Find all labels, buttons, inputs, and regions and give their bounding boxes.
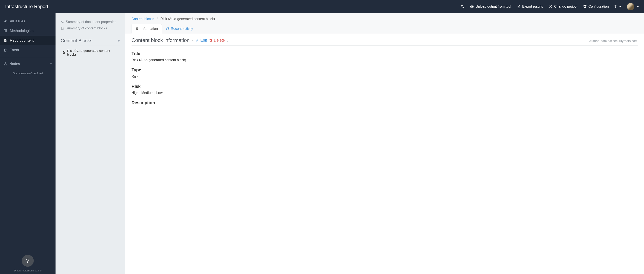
- svg-rect-12: [5, 40, 6, 40]
- add-content-block-button[interactable]: +: [118, 39, 120, 43]
- sidebar-item-all-issues[interactable]: All issues: [0, 17, 56, 26]
- pencil-icon: [196, 39, 199, 42]
- sidebar-item-report-content[interactable]: Report content: [0, 36, 56, 45]
- sitemap-icon: [4, 62, 7, 66]
- author-value: admin@securityroots.com: [600, 39, 638, 43]
- trash-icon: [4, 48, 7, 52]
- summary-content-blocks-link[interactable]: Summary of content blocks: [61, 25, 120, 31]
- tabs: Information Recent activity: [132, 24, 638, 33]
- link-label: Summary of content blocks: [66, 26, 107, 30]
- content-block-item[interactable]: Risk (Auto-generated content block): [61, 46, 120, 59]
- caret-down-icon[interactable]: ▾: [227, 40, 228, 43]
- author-info: Author: admin@securityroots.com: [589, 39, 638, 43]
- gears-icon: [61, 20, 64, 24]
- field-title: Title Risk (Auto-generated content block…: [132, 51, 638, 62]
- svg-point-4: [4, 20, 6, 22]
- sidebar-item-label: All issues: [10, 19, 25, 23]
- help-label: ?: [614, 4, 617, 9]
- question-icon: ?: [26, 257, 30, 265]
- search-icon: [460, 5, 464, 8]
- svg-point-22: [61, 21, 62, 22]
- edit-label: Edit: [200, 38, 207, 43]
- field-label: Title: [132, 51, 638, 56]
- field-type: Type Risk: [132, 68, 638, 78]
- sidebar-footer: ? Dradis Professional v2.8.0: [0, 251, 56, 274]
- field-label: Type: [132, 68, 638, 72]
- page-heading-row: Content block information - Edit Delete: [132, 37, 638, 46]
- document-icon: [4, 39, 7, 42]
- edit-button[interactable]: Edit: [196, 38, 207, 43]
- svg-rect-15: [5, 62, 6, 63]
- content-blocks-heading: Content Blocks +: [61, 38, 120, 46]
- summary-document-properties-link[interactable]: Summary of document properties: [61, 19, 120, 25]
- top-bar: Infrastructure Report Upload output from…: [0, 0, 644, 13]
- heading-separator: -: [192, 37, 194, 43]
- field-value: High | Medium | Low: [132, 91, 638, 95]
- sidebar-item-methodologies[interactable]: Methodologies: [0, 26, 56, 36]
- tab-information[interactable]: Information: [132, 24, 162, 33]
- content-area: Content blocks / Risk (Auto-generated co…: [125, 13, 644, 274]
- breadcrumb-root-link[interactable]: Content blocks: [132, 17, 154, 21]
- svg-line-1: [463, 7, 464, 8]
- svg-rect-25: [63, 53, 64, 53]
- breadcrumb: Content blocks / Risk (Auto-generated co…: [132, 13, 638, 24]
- document-icon: [62, 51, 65, 54]
- svg-rect-17: [6, 65, 7, 65]
- add-node-button[interactable]: +: [50, 62, 52, 66]
- help-dropdown[interactable]: ?: [614, 4, 621, 9]
- main-area: All issues Methodologies Report content …: [0, 13, 644, 274]
- help-bubble-button[interactable]: ?: [22, 255, 34, 267]
- configuration-label: Configuration: [588, 5, 609, 8]
- sidebar-item-trash[interactable]: Trash: [0, 45, 56, 55]
- cloud-upload-icon: [470, 5, 474, 8]
- gear-icon: [583, 5, 587, 8]
- document-icon: [136, 27, 139, 30]
- delete-label: Delete: [214, 38, 225, 43]
- sidebar-nodes-heading: Nodes +: [0, 57, 56, 68]
- svg-point-23: [62, 22, 64, 23]
- user-menu[interactable]: [627, 3, 639, 10]
- sidebar-item-label: Trash: [10, 48, 19, 52]
- field-value: Risk: [132, 75, 638, 78]
- svg-rect-24: [63, 52, 64, 53]
- svg-point-0: [461, 5, 463, 7]
- secondary-panel: Summary of document properties Summary o…: [56, 13, 125, 274]
- caret-down-icon: [619, 6, 621, 7]
- tab-recent-activity[interactable]: Recent activity: [162, 24, 197, 33]
- tab-label: Information: [141, 27, 158, 31]
- svg-line-7: [6, 21, 6, 21]
- top-nav: Upload output from tool Export results C…: [460, 3, 639, 10]
- svg-line-9: [6, 22, 6, 22]
- nodes-empty-message: No nodes defined yet: [0, 68, 56, 78]
- shuffle-icon: [548, 5, 552, 8]
- sidebar-item-label: Report content: [10, 38, 34, 43]
- trash-icon: [209, 39, 212, 42]
- breadcrumb-separator: /: [155, 17, 159, 21]
- content-block-item-label: Risk (Auto-generated content block): [67, 49, 118, 56]
- tab-label: Recent activity: [171, 27, 193, 31]
- svg-line-6: [4, 21, 5, 21]
- nodes-label: Nodes: [10, 62, 20, 66]
- search-button[interactable]: [460, 5, 464, 8]
- page-heading: Content block information: [132, 37, 190, 43]
- book-icon: [4, 29, 7, 33]
- upload-link[interactable]: Upload output from tool: [470, 5, 511, 8]
- export-label: Export results: [522, 5, 543, 8]
- author-label: Author:: [589, 39, 601, 43]
- delete-button[interactable]: Delete: [209, 38, 225, 43]
- svg-line-8: [4, 22, 5, 22]
- svg-rect-16: [4, 65, 5, 65]
- brand-title: Infrastructure Report: [5, 4, 48, 9]
- field-label: Description: [132, 100, 638, 105]
- svg-rect-13: [5, 41, 6, 41]
- configuration-link[interactable]: Configuration: [583, 5, 609, 8]
- upload-label: Upload output from tool: [476, 5, 511, 8]
- document-icon: [61, 27, 64, 30]
- change-project-link[interactable]: Change project: [548, 5, 578, 8]
- field-risk: Risk High | Medium | Low: [132, 84, 638, 95]
- svg-rect-14: [5, 41, 6, 41]
- content-body: Content block information - Edit Delete: [125, 33, 644, 111]
- export-link[interactable]: Export results: [517, 5, 543, 8]
- field-description: Description: [132, 100, 638, 105]
- svg-rect-26: [137, 28, 138, 29]
